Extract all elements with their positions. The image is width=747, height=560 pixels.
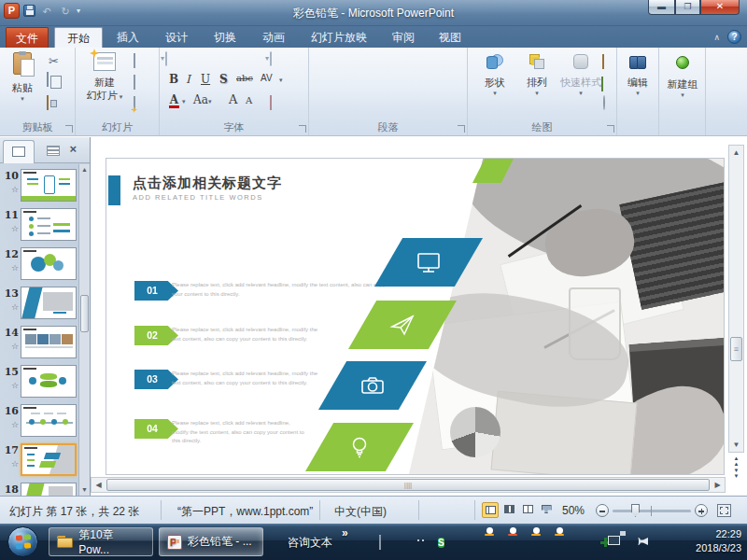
new-group-button[interactable]: 新建组 ▾ — [661, 56, 704, 99]
tab-view[interactable]: 视图 — [428, 27, 472, 48]
sidebar-scrollbar[interactable]: ▲ ▼ — [78, 164, 90, 496]
thumbnail-slide-10[interactable]: 10 — [0, 169, 78, 208]
tab-insert[interactable]: 插入 — [105, 27, 151, 48]
scroll-down-icon[interactable]: ▼ — [729, 438, 743, 452]
shape-outline-icon[interactable] — [601, 77, 603, 91]
start-button[interactable] — [7, 526, 38, 557]
taskbar-item-folder[interactable]: 第10章 Pow... — [49, 527, 153, 556]
strikethrough-button[interactable]: abc — [236, 73, 253, 83]
slide-thumbnail[interactable] — [21, 247, 77, 280]
title-accent-square[interactable] — [108, 175, 120, 205]
item-text-03[interactable]: Please replace text, click add relevant … — [172, 370, 325, 387]
clear-formatting-icon[interactable] — [270, 96, 272, 109]
toolbar-chevron-icon[interactable]: » — [342, 526, 348, 539]
slide-thumbnail[interactable] — [21, 169, 77, 202]
thumbnail-slide-18[interactable]: 18 — [0, 483, 78, 496]
tab-animations[interactable]: 动画 — [250, 27, 297, 48]
theme-name[interactable]: “第一PPT，www.1ppt.com” — [177, 504, 313, 520]
thumbnail-slide-13[interactable]: 13 — [0, 287, 78, 326]
scrollbar-thumb[interactable] — [730, 337, 742, 361]
scroll-up-icon[interactable]: ▲ — [729, 146, 743, 160]
scroll-down-icon[interactable]: ▼ — [79, 484, 90, 496]
vertical-scrollbar[interactable]: ▲ ▼ — [728, 145, 744, 453]
slide-subtitle[interactable]: ADD RELATED TITLE WORDS — [133, 193, 263, 202]
sogou-icon[interactable] — [438, 536, 444, 549]
horizontal-scrollbar[interactable]: ◀ |||| ▶ — [91, 477, 726, 493]
slideshow-view-button[interactable] — [538, 502, 555, 518]
tab-slides-thumbnails[interactable] — [3, 140, 35, 163]
item-text-04[interactable]: Please replace text, click add relevant … — [172, 419, 308, 446]
scrollbar-thumb[interactable] — [80, 295, 89, 332]
normal-view-button[interactable] — [482, 502, 499, 518]
item-text-02[interactable]: Please replace text, click add relevant … — [172, 326, 325, 343]
next-slide-icon[interactable]: ▼▼ — [728, 467, 744, 479]
slide-editor[interactable]: 点击添加相关标题文字 ADD RELATED TITLE WORDS 01 Pl… — [106, 158, 725, 475]
thumbnail-slide-17-selected[interactable]: 17 — [0, 443, 78, 483]
shape-effects-icon[interactable] — [603, 96, 605, 109]
previous-slide-icon[interactable]: ▲▲ — [728, 455, 744, 467]
shape-fill-icon[interactable] — [602, 55, 604, 68]
thumbnail-slide-12[interactable]: 12 — [0, 247, 78, 287]
item-text-01[interactable]: Please replace text, click add relevant … — [172, 281, 394, 299]
paste-button[interactable]: 粘贴 ▾ — [6, 52, 39, 103]
tab-outline[interactable] — [37, 140, 69, 163]
scroll-up-icon[interactable]: ▲ — [79, 164, 90, 175]
thumbnail-slide-16[interactable]: 16 — [0, 404, 78, 443]
clipboard-dialog-launcher[interactable] — [65, 125, 73, 133]
slide-thumbnail[interactable] — [21, 208, 77, 241]
underline-button[interactable]: U — [201, 73, 210, 86]
paragraph-dialog-launcher[interactable] — [458, 125, 465, 133]
close-button[interactable]: ✕ — [700, 0, 740, 15]
slide-title[interactable]: 点击添加相关标题文字 — [133, 175, 282, 192]
italic-button[interactable]: I — [186, 73, 190, 86]
quick-styles-button[interactable]: 快速样式 ▾ — [557, 54, 604, 97]
font-dialog-launcher[interactable] — [299, 125, 306, 133]
zoom-in-button[interactable] — [695, 504, 708, 517]
editing-button[interactable]: 编辑 ▾ — [621, 56, 655, 97]
taskbar-item-powerpoint[interactable]: 彩色铅笔 - ... — [159, 527, 263, 556]
tab-home[interactable]: 开始 — [54, 27, 103, 48]
arrow-shape-light-bulb[interactable] — [305, 423, 414, 471]
copy-icon[interactable] — [47, 73, 49, 86]
help-icon[interactable] — [727, 30, 741, 44]
section-icon[interactable] — [134, 97, 135, 110]
tab-review[interactable]: 审阅 — [381, 27, 426, 48]
tab-slideshow[interactable]: 幻灯片放映 — [299, 27, 379, 48]
cut-icon[interactable]: ✂ — [49, 55, 59, 67]
reading-view-button[interactable] — [519, 502, 536, 518]
tab-transitions[interactable]: 切换 — [202, 27, 248, 48]
drawing-dialog-launcher[interactable] — [607, 125, 614, 133]
reset-slide-icon[interactable] — [134, 76, 135, 89]
slide-thumbnail[interactable] — [21, 365, 77, 398]
tab-file[interactable]: 文件 — [6, 27, 49, 48]
scrollbar-thumb[interactable]: |||| — [106, 479, 710, 491]
shapes-button[interactable]: 形状 ▾ — [477, 54, 513, 97]
slide-layout-icon[interactable] — [134, 54, 135, 67]
scroll-left-icon[interactable]: ◀ — [92, 478, 106, 492]
font-color-button[interactable]: A — [169, 93, 179, 108]
collapse-ribbon-icon[interactable]: ∧ — [713, 33, 720, 42]
zoom-slider-track[interactable] — [613, 510, 691, 512]
language-indicator[interactable]: 中文(中国) — [334, 504, 387, 520]
arrange-button[interactable]: 排列 ▾ — [519, 54, 555, 97]
arrow-shape-camera[interactable] — [318, 361, 427, 410]
change-case-button[interactable]: Aa — [193, 93, 208, 106]
text-shadow-button[interactable]: S — [219, 73, 228, 86]
zoom-slider-thumb[interactable] — [631, 504, 640, 517]
title-bar[interactable]: ↶ ↻ ▾ 彩色铅笔 - Microsoft PowerPoint ▬ ❐ ✕ — [0, 0, 747, 26]
grow-font-button[interactable]: A — [229, 92, 237, 106]
slide-thumbnail[interactable] — [21, 443, 77, 476]
tab-design[interactable]: 设计 — [153, 27, 200, 48]
thumbnail-slide-15[interactable]: 15 — [0, 365, 78, 404]
zoom-out-button[interactable] — [596, 504, 609, 517]
minimize-button[interactable]: ▬ — [648, 0, 675, 15]
slide-thumbnail[interactable] — [21, 483, 77, 496]
slide-thumbnail[interactable] — [21, 404, 77, 437]
bold-button[interactable]: B — [169, 73, 178, 86]
font-size-combo[interactable] — [270, 51, 272, 66]
shrink-font-button[interactable]: A — [246, 95, 252, 105]
new-slide-button[interactable]: 新建 幻灯片 ▾ — [83, 52, 126, 103]
slide-thumbnail[interactable] — [21, 326, 77, 358]
thumbnail-slide-11[interactable]: 11 — [0, 208, 78, 247]
restore-button[interactable]: ❐ — [675, 0, 700, 15]
